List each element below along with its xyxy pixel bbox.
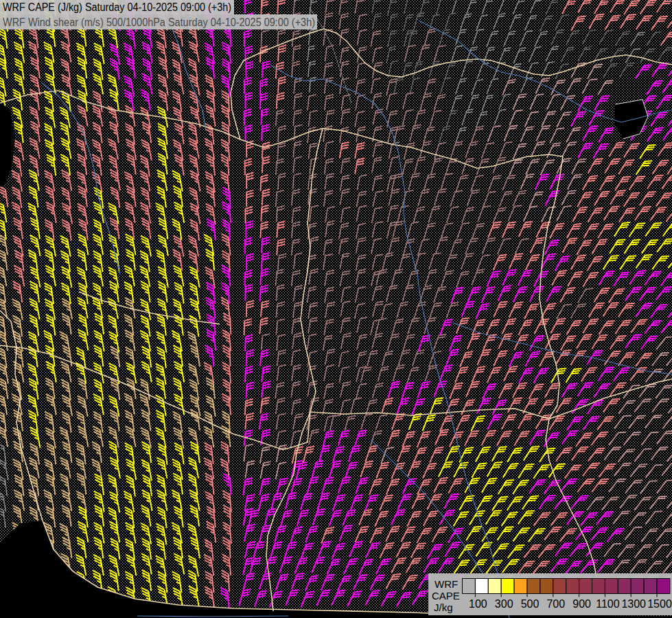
svg-text:1100: 1100 — [596, 598, 620, 610]
svg-text:WRF CAPE (J/kg) Saturday 04-10: WRF CAPE (J/kg) Saturday 04-10-2025 09:0… — [3, 1, 231, 13]
svg-text:300: 300 — [495, 598, 513, 610]
svg-text:100: 100 — [469, 598, 487, 610]
svg-text:700: 700 — [546, 598, 565, 610]
svg-text:1500: 1500 — [647, 598, 672, 610]
svg-text:1300: 1300 — [621, 598, 646, 610]
svg-text:500: 500 — [521, 598, 540, 610]
svg-text:CAPE: CAPE — [432, 590, 460, 602]
svg-text:WRF Wind shear (m/s) 500/1000h: WRF Wind shear (m/s) 500/1000hPa Saturda… — [3, 16, 315, 28]
svg-text:J/kg: J/kg — [434, 602, 453, 613]
svg-text:900: 900 — [572, 598, 591, 610]
svg-text:WRF: WRF — [435, 578, 458, 590]
